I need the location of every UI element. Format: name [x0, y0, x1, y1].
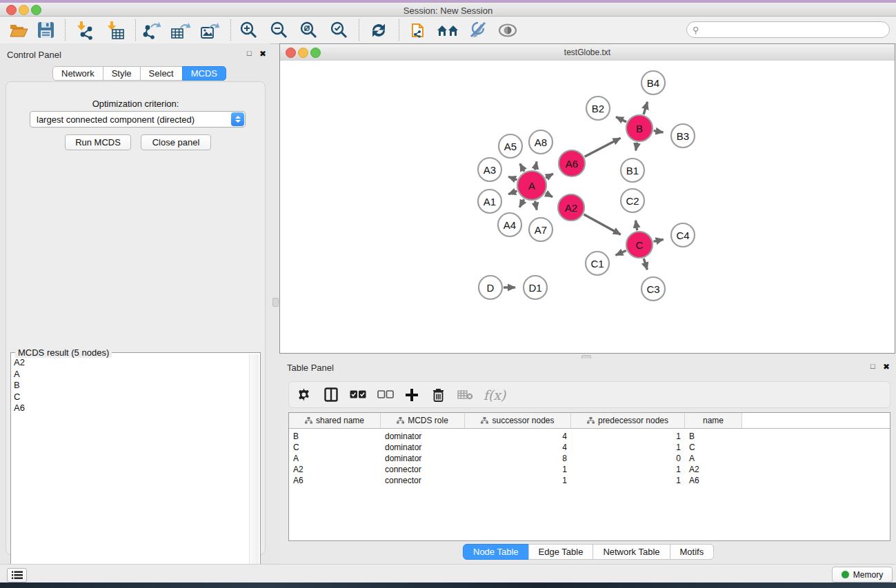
result-item[interactable]: A6 [14, 403, 25, 414]
edge-A-A5[interactable] [520, 163, 524, 171]
result-item[interactable]: C [14, 392, 25, 403]
search-input[interactable] [702, 24, 889, 35]
task-history-button[interactable] [7, 568, 27, 582]
export-table-icon[interactable] [168, 19, 193, 41]
edge-B-B2[interactable] [616, 117, 626, 122]
edge-A-A2[interactable] [546, 193, 552, 197]
cell-successor-nodes[interactable]: 4 [465, 443, 571, 452]
cell-mcds-role[interactable]: connector [381, 465, 465, 474]
column-header-mcds-role[interactable]: MCDS role [381, 413, 465, 428]
hide-annotations-icon[interactable] [465, 19, 490, 41]
cell-mcds-role[interactable]: dominator [381, 443, 465, 452]
column-header-name[interactable]: name [685, 413, 742, 428]
import-table-icon[interactable] [102, 19, 127, 41]
table-row[interactable]: A dominator 8 0 A [289, 453, 890, 464]
cell-successor-nodes[interactable]: 4 [465, 432, 571, 441]
tab-edge-table[interactable]: Edge Table [528, 544, 594, 560]
export-network-icon[interactable] [139, 19, 164, 41]
cell-mcds-role[interactable]: dominator [381, 454, 465, 463]
result-item[interactable]: A2 [14, 357, 25, 369]
network-graph[interactable]: B4B2BB3A5A8A6A3B1AC2A1A2A4A7C4CC1C3DD1 [280, 61, 895, 353]
float-panel-icon[interactable]: □ [247, 49, 252, 57]
edge-A-A6[interactable] [546, 174, 553, 178]
column-header-predecessor-nodes[interactable]: predecessor nodes [571, 413, 685, 428]
cell-successor-nodes[interactable]: 1 [465, 476, 571, 485]
clone-network-icon[interactable] [407, 19, 432, 41]
edge-C-C1[interactable] [616, 250, 626, 255]
result-item[interactable]: A [14, 369, 25, 381]
column-header-successor-nodes[interactable]: successor nodes [465, 413, 571, 428]
function-builder-icon[interactable]: f(x) [479, 387, 510, 403]
cell-name[interactable]: A2 [685, 465, 742, 474]
edge-A-A7[interactable] [535, 201, 537, 210]
export-image-icon[interactable] [198, 19, 223, 41]
import-network-icon[interactable] [72, 19, 97, 41]
table-row[interactable]: A6 connector 1 1 A6 [289, 475, 890, 486]
mcds-result-list[interactable]: A2 A B C A6 [14, 357, 25, 414]
close-panel-button[interactable]: Close panel [141, 134, 211, 150]
float-table-panel-icon[interactable]: □ [870, 362, 875, 370]
cell-shared-name[interactable]: A2 [289, 465, 381, 474]
open-file-icon[interactable] [7, 19, 30, 41]
close-panel-icon[interactable]: ✖ [259, 49, 266, 59]
memory-button[interactable]: Memory [832, 567, 893, 582]
search-field[interactable]: ⚲ [686, 21, 890, 38]
criterion-select[interactable]: largest connected component (directed) [30, 111, 246, 128]
add-icon[interactable] [399, 388, 425, 402]
edge-B-B1[interactable] [636, 143, 637, 151]
result-scrollbar[interactable] [249, 354, 259, 586]
zoom-in-icon[interactable] [237, 19, 261, 41]
save-session-icon[interactable] [34, 19, 57, 41]
table-row[interactable]: A2 connector 1 1 A2 [289, 464, 890, 475]
cell-successor-nodes[interactable]: 8 [465, 454, 571, 463]
apply-layout-icon[interactable] [367, 19, 390, 41]
edge-A-A1[interactable] [508, 191, 517, 194]
edge-A6-B[interactable] [585, 138, 621, 156]
tab-node-table[interactable]: Node Table [463, 544, 529, 560]
edge-A2-C[interactable] [584, 214, 620, 234]
zoom-out-icon[interactable] [268, 19, 291, 41]
tab-select[interactable]: Select [140, 66, 183, 81]
edge-C-C2[interactable] [635, 221, 637, 231]
cell-shared-name[interactable]: A [289, 454, 381, 463]
cybrowser-icon[interactable] [435, 19, 461, 41]
cell-shared-name[interactable]: A6 [289, 476, 381, 485]
gear-icon[interactable] [289, 387, 318, 402]
table-row[interactable]: C dominator 4 1 C [289, 442, 890, 453]
cell-predecessor-nodes[interactable]: 0 [571, 454, 685, 463]
tab-network-table[interactable]: Network Table [593, 544, 670, 560]
cell-name[interactable]: A [685, 454, 742, 463]
cell-shared-name[interactable]: B [289, 432, 381, 441]
cell-name[interactable]: A6 [685, 476, 742, 485]
column-select-icon[interactable] [318, 387, 344, 402]
table-row[interactable]: B dominator 4 1 B [289, 431, 890, 442]
run-mcds-button[interactable]: Run MCDS [65, 134, 131, 150]
deselect-all-icon[interactable] [372, 390, 399, 399]
network-canvas[interactable]: B4B2BB3A5A8A6A3B1AC2A1A2A4A7C4CC1C3DD1 [280, 61, 895, 353]
close-table-panel-icon[interactable]: ✖ [883, 362, 890, 372]
edge-C-C3[interactable] [644, 258, 647, 270]
edge-A-A4[interactable] [519, 199, 524, 207]
result-item[interactable]: B [14, 380, 25, 392]
cell-predecessor-nodes[interactable]: 1 [571, 465, 685, 474]
tab-mcds[interactable]: MCDS [182, 66, 226, 81]
cell-successor-nodes[interactable]: 1 [465, 465, 571, 474]
cell-name[interactable]: B [685, 432, 742, 441]
vertical-splitter-handle[interactable] [272, 298, 279, 307]
cell-mcds-role[interactable]: dominator [381, 432, 465, 441]
edge-A-A3[interactable] [508, 176, 517, 180]
edge-B-B3[interactable] [654, 131, 664, 132]
edge-B-B4[interactable] [644, 102, 647, 114]
cell-predecessor-nodes[interactable]: 1 [571, 476, 685, 485]
cell-mcds-role[interactable]: connector [381, 476, 465, 485]
delete-icon[interactable] [425, 387, 451, 403]
select-all-icon[interactable] [344, 390, 372, 399]
zoom-fit-icon[interactable] [297, 19, 321, 41]
tab-motifs[interactable]: Motifs [670, 544, 715, 560]
edge-C-C4[interactable] [653, 239, 663, 241]
show-graphics-icon[interactable] [495, 19, 520, 41]
cell-predecessor-nodes[interactable]: 1 [571, 432, 685, 441]
column-header-shared-name[interactable]: shared name [289, 413, 381, 428]
tab-style[interactable]: Style [103, 66, 141, 81]
tab-network[interactable]: Network [52, 66, 103, 81]
